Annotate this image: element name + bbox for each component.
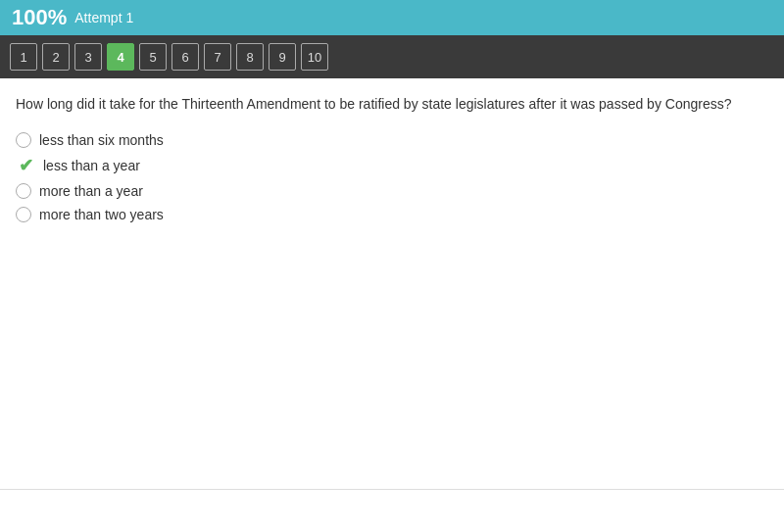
question-text: How long did it take for the Thirteenth …	[16, 94, 768, 115]
nav-btn-5[interactable]: 5	[139, 43, 167, 71]
option-c-label: more than a year	[39, 183, 143, 199]
options-list: less than six months ✔ less than a year …	[16, 132, 768, 222]
option-b[interactable]: ✔ less than a year	[16, 156, 768, 175]
attempt-label: Attempt 1	[74, 10, 133, 25]
nav-btn-4[interactable]: 4	[107, 43, 134, 71]
radio-c[interactable]	[16, 183, 31, 199]
checkmark-b: ✔	[16, 156, 35, 175]
radio-a[interactable]	[16, 132, 31, 148]
header-bar: 100% Attempt 1	[0, 0, 784, 35]
nav-btn-6[interactable]: 6	[172, 43, 199, 71]
option-c[interactable]: more than a year	[16, 183, 768, 199]
nav-btn-9[interactable]: 9	[269, 43, 296, 71]
nav-btn-7[interactable]: 7	[204, 43, 231, 71]
score-display: 100%	[12, 5, 67, 30]
question-nav: 1 2 3 4 5 6 7 8 9 10	[0, 35, 784, 78]
nav-btn-10[interactable]: 10	[301, 43, 328, 71]
option-b-label: less than a year	[43, 158, 140, 173]
option-d[interactable]: more than two years	[16, 207, 768, 222]
option-a[interactable]: less than six months	[16, 132, 768, 148]
nav-btn-2[interactable]: 2	[42, 43, 70, 71]
option-d-label: more than two years	[39, 207, 164, 222]
nav-btn-8[interactable]: 8	[236, 43, 264, 71]
radio-d[interactable]	[16, 207, 31, 222]
nav-btn-3[interactable]: 3	[74, 43, 102, 71]
content-spacer	[0, 490, 784, 532]
nav-btn-1[interactable]: 1	[10, 43, 37, 71]
option-a-label: less than six months	[39, 132, 164, 148]
question-area: How long did it take for the Thirteenth …	[0, 78, 784, 490]
